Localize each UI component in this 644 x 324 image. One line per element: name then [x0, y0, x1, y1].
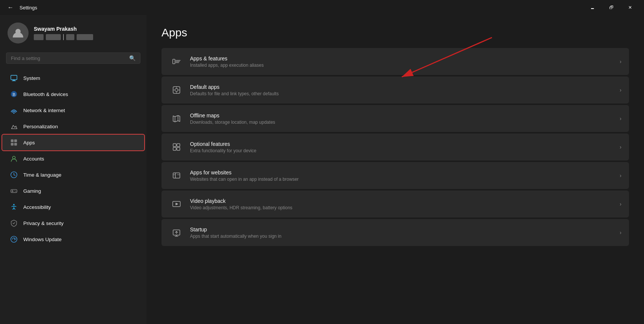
sidebar-item-system[interactable]: System	[2, 70, 144, 86]
svg-point-16	[15, 190, 15, 191]
default-apps-icon	[169, 82, 184, 98]
default-apps-chevron: ›	[620, 87, 621, 93]
setting-item-video-playback[interactable]: Video playback Video adjustments, HDR st…	[161, 190, 629, 218]
svg-rect-1	[11, 75, 17, 80]
sidebar-item-gaming[interactable]: Gaming	[2, 183, 144, 199]
user-name: Swayam Prakash	[34, 26, 139, 32]
setting-item-apps-features[interactable]: Apps & features Installed apps, app exec…	[161, 48, 629, 75]
optional-features-title: Optional features	[190, 141, 616, 147]
sidebar-item-network[interactable]: Network & internet	[2, 102, 144, 118]
accounts-icon	[10, 154, 18, 163]
page-title: Apps	[161, 26, 629, 39]
sidebar-item-time-label: Time & language	[23, 172, 62, 178]
content-wrapper: Apps Apps & features Installed apps, app…	[146, 15, 644, 324]
apps-websites-text: Apps for websites Websites that can open…	[190, 170, 616, 182]
sidebar-item-accounts[interactable]: Accounts	[2, 151, 144, 166]
setting-item-default-apps[interactable]: Default apps Defaults for file and link …	[161, 76, 629, 104]
sidebar-item-apps[interactable]: Apps	[2, 135, 144, 150]
startup-icon	[169, 225, 184, 240]
startup-chevron: ›	[620, 230, 621, 236]
sidebar: Swayam Prakash 🔍	[0, 15, 146, 324]
offline-maps-icon	[169, 111, 184, 126]
network-icon	[10, 106, 18, 114]
svg-rect-20	[173, 59, 175, 64]
sidebar-item-privacy[interactable]: Privacy & security	[2, 215, 144, 231]
sidebar-item-system-label: System	[23, 75, 40, 81]
search-box[interactable]: 🔍	[6, 52, 140, 64]
apps-features-title: Apps & features	[190, 56, 616, 62]
optional-features-desc: Extra functionality for your device	[190, 148, 616, 153]
search-container: 🔍	[0, 50, 146, 70]
sidebar-item-bluetooth[interactable]: B Bluetooth & devices	[2, 86, 144, 102]
user-bar-divider	[63, 34, 64, 40]
back-button[interactable]: ←	[5, 3, 16, 12]
apps-features-desc: Installed apps, app execution aliases	[190, 63, 616, 68]
user-info: Swayam Prakash	[34, 26, 139, 40]
startup-title: Startup	[190, 226, 616, 232]
user-bar-4	[77, 34, 93, 40]
minimize-button[interactable]: 🗕	[584, 2, 601, 14]
search-input[interactable]	[11, 56, 125, 61]
sidebar-item-network-label: Network & internet	[23, 108, 65, 113]
apps-websites-icon	[169, 168, 184, 183]
bluetooth-icon: B	[10, 90, 18, 98]
user-bar-2	[46, 34, 61, 40]
offline-maps-title: Offline maps	[190, 112, 616, 118]
offline-maps-text: Offline maps Downloads, storage location…	[190, 112, 616, 125]
personalization-icon	[10, 122, 18, 130]
window-title: Settings	[20, 5, 37, 10]
window-controls: 🗕 🗗 ✕	[584, 2, 639, 14]
svg-rect-29	[177, 144, 180, 147]
svg-point-18	[13, 204, 15, 206]
sidebar-item-time[interactable]: Time & language	[2, 167, 144, 183]
user-section[interactable]: Swayam Prakash	[0, 15, 146, 50]
close-button[interactable]: ✕	[621, 2, 639, 14]
sidebar-item-personalization[interactable]: Personalization	[2, 118, 144, 134]
setting-item-apps-websites[interactable]: Apps for websites Websites that can open…	[161, 162, 629, 189]
system-icon	[10, 74, 18, 82]
svg-rect-7	[11, 140, 14, 142]
gaming-icon	[10, 187, 18, 195]
setting-item-optional-features[interactable]: Optional features Extra functionality fo…	[161, 134, 629, 160]
optional-features-text: Optional features Extra functionality fo…	[190, 141, 616, 153]
optional-features-icon	[169, 140, 184, 154]
sidebar-item-gaming-label: Gaming	[23, 188, 41, 194]
user-bar-1	[34, 34, 44, 40]
video-playback-icon	[169, 196, 184, 212]
svg-rect-9	[11, 143, 14, 146]
apps-websites-chevron: ›	[620, 172, 621, 178]
startup-desc: Apps that start automatically when you s…	[190, 234, 616, 239]
svg-point-19	[11, 236, 17, 242]
svg-point-6	[13, 112, 15, 114]
default-apps-desc: Defaults for file and link types, other …	[190, 91, 616, 96]
optional-features-chevron: ›	[620, 144, 621, 150]
maximize-button[interactable]: 🗗	[603, 2, 620, 14]
svg-point-25	[175, 88, 178, 92]
sidebar-item-update[interactable]: Windows Update	[2, 231, 144, 247]
sidebar-item-personalization-label: Personalization	[23, 124, 58, 129]
apps-websites-desc: Websites that can open in an app instead…	[190, 177, 616, 182]
svg-rect-8	[14, 140, 17, 142]
video-playback-title: Video playback	[190, 198, 616, 204]
apps-features-chevron: ›	[620, 58, 621, 64]
video-playback-desc: Video adjustments, HDR streaming, batter…	[190, 205, 616, 210]
update-icon	[10, 235, 18, 243]
sidebar-item-accessibility[interactable]: Accessibility	[2, 199, 144, 215]
main-layout: Swayam Prakash 🔍	[0, 15, 644, 324]
time-icon	[10, 171, 18, 179]
setting-item-offline-maps[interactable]: Offline maps Downloads, storage location…	[161, 105, 629, 132]
search-icon: 🔍	[129, 55, 136, 61]
sidebar-item-apps-label: Apps	[23, 140, 35, 146]
accessibility-icon	[10, 203, 18, 211]
offline-maps-desc: Downloads, storage location, map updates	[190, 120, 616, 125]
apps-features-text: Apps & features Installed apps, app exec…	[190, 56, 616, 68]
sidebar-item-bluetooth-label: Bluetooth & devices	[23, 92, 68, 97]
sidebar-item-privacy-label: Privacy & security	[23, 220, 63, 226]
setting-item-startup[interactable]: Startup Apps that start automatically wh…	[161, 219, 629, 246]
video-playback-text: Video playback Video adjustments, HDR st…	[190, 198, 616, 210]
svg-text:B: B	[12, 92, 15, 97]
svg-rect-31	[177, 147, 180, 150]
svg-point-11	[12, 156, 15, 159]
svg-point-17	[15, 191, 16, 192]
default-apps-title: Default apps	[190, 84, 616, 90]
